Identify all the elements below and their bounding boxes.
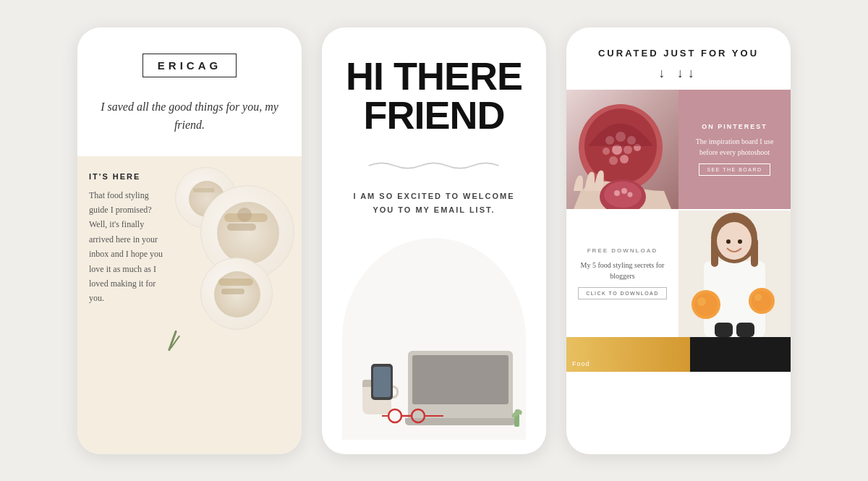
free-download-label: FREE DOWNLOAD bbox=[587, 247, 658, 254]
pinterest-desc: The inspiration board I use before every… bbox=[687, 136, 782, 158]
phone-card-3: CURATED JUST FOR YOU ↓ ↓↓ bbox=[566, 27, 791, 454]
card1-header: ERICAG I saved all the good things for y… bbox=[77, 27, 302, 149]
on-pinterest-label: ON PINTEREST bbox=[702, 123, 767, 130]
download-image bbox=[678, 210, 791, 337]
click-download-button[interactable]: CLICK TO DOWNLOAD bbox=[578, 287, 667, 299]
card1-image-section: IT'S HERE That food styling guide I prom… bbox=[77, 156, 302, 454]
svg-point-0 bbox=[388, 409, 401, 422]
person-svg bbox=[678, 210, 791, 337]
curated-title: CURATED JUST FOR YOU bbox=[581, 48, 776, 59]
download-info: FREE DOWNLOAD My 5 food styling secrets … bbox=[566, 210, 678, 337]
download-desc: My 5 food styling secrets for bloggers bbox=[574, 260, 671, 281]
svg-point-27 bbox=[726, 239, 731, 244]
svg-point-1 bbox=[412, 409, 425, 422]
svg-point-26 bbox=[717, 222, 752, 260]
card3-header: CURATED JUST FOR YOU ↓ ↓↓ bbox=[566, 27, 791, 90]
svg-point-12 bbox=[624, 145, 632, 154]
pomegranate-svg bbox=[566, 90, 678, 209]
glasses-shape bbox=[382, 408, 443, 424]
desk-scene-inner bbox=[342, 238, 526, 439]
phone-card-1: ERICAG I saved all the good things for y… bbox=[77, 27, 302, 454]
arrows: ↓ ↓↓ bbox=[581, 66, 776, 81]
plate-medium bbox=[200, 257, 273, 330]
wavy-divider bbox=[360, 159, 507, 172]
card1-subtitle: I saved all the good things for you, my … bbox=[95, 98, 284, 135]
svg-rect-25 bbox=[751, 238, 758, 267]
svg-rect-35 bbox=[715, 323, 733, 337]
pinterest-row: ON PINTEREST The inspiration board I use… bbox=[566, 90, 791, 209]
phone-small bbox=[371, 364, 393, 400]
svg-point-28 bbox=[738, 239, 742, 244]
svg-point-10 bbox=[603, 148, 610, 155]
welcome-text: I AM SO EXCITED TO WELCOME YOU TO MY EMA… bbox=[342, 190, 526, 218]
plates-illustration bbox=[164, 163, 302, 366]
svg-point-19 bbox=[621, 188, 627, 194]
svg-point-20 bbox=[628, 192, 633, 197]
pinterest-image bbox=[566, 90, 678, 209]
svg-point-11 bbox=[612, 145, 622, 155]
svg-point-32 bbox=[752, 291, 772, 311]
see-board-button[interactable]: SEE THE BOARD bbox=[699, 163, 770, 176]
svg-point-30 bbox=[694, 293, 718, 316]
svg-point-17 bbox=[604, 182, 642, 208]
svg-point-34 bbox=[754, 294, 762, 301]
desk-scene bbox=[342, 238, 526, 439]
svg-rect-36 bbox=[736, 323, 754, 337]
its-here-label: IT'S HERE bbox=[89, 172, 167, 181]
svg-point-33 bbox=[697, 297, 706, 306]
food-strip-right bbox=[690, 337, 791, 372]
food-label: Food bbox=[572, 360, 590, 367]
phone-card-2: HI THERE FRIEND I AM SO EXCITED TO WELCO… bbox=[322, 27, 546, 454]
download-row: FREE DOWNLOAD My 5 food styling secrets … bbox=[566, 210, 791, 337]
card1-text-block: IT'S HERE That food styling guide I prom… bbox=[77, 156, 179, 322]
card3-bottom-strip: Food bbox=[566, 337, 791, 372]
hi-there-heading: HI THERE FRIEND bbox=[346, 56, 522, 135]
plant bbox=[511, 398, 522, 427]
svg-point-14 bbox=[609, 156, 618, 165]
svg-point-15 bbox=[620, 155, 629, 163]
pinterest-info: ON PINTEREST The inspiration board I use… bbox=[678, 90, 791, 209]
card1-body: That food styling guide I promised? Well… bbox=[89, 188, 167, 306]
logo: ERICAG bbox=[142, 54, 237, 77]
svg-point-18 bbox=[614, 190, 620, 196]
